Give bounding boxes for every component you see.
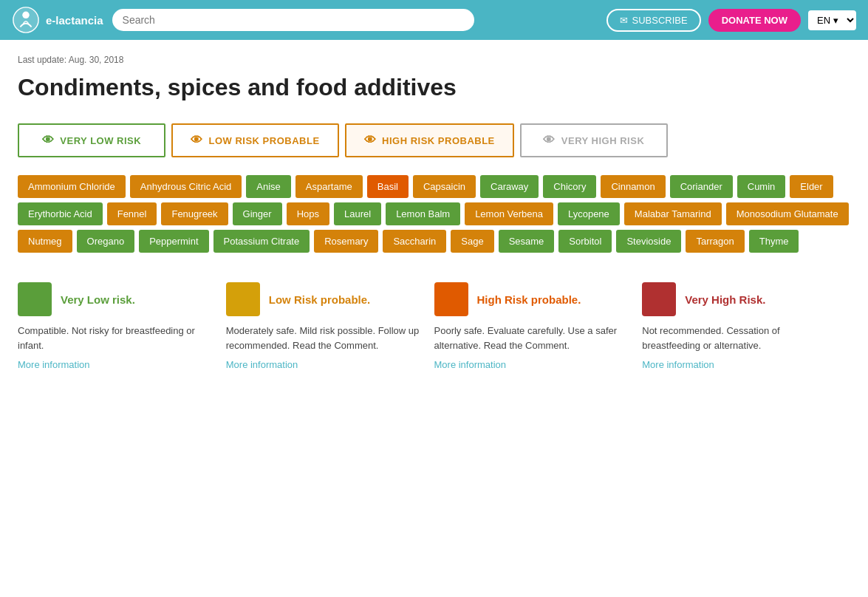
legend-title-very-high: Very High Risk. (685, 293, 765, 306)
logo: e-lactancia (12, 6, 103, 34)
legend-color-low (226, 282, 260, 316)
tag-item[interactable]: Cinnamon (601, 175, 665, 198)
tag-item[interactable]: Lycopene (558, 202, 620, 225)
tag-item[interactable]: Chicory (543, 175, 596, 198)
tag-item[interactable]: Coriander (670, 175, 733, 198)
tag-item[interactable]: Monosodium Glutamate (726, 202, 849, 225)
tag-item[interactable]: Hops (287, 202, 329, 225)
risk-filters: 👁VERY LOW RISK👁LOW RISK PROBABLE👁HIGH RI… (18, 123, 850, 157)
legend-header: Very Low risk. (18, 282, 211, 316)
risk-filter-very-high[interactable]: 👁VERY HIGH RISK (520, 123, 668, 157)
language-select[interactable]: EN ▾ ES (808, 10, 856, 30)
tag-item[interactable]: Cumin (737, 175, 786, 198)
legend-title-low: Low Risk probable. (269, 293, 371, 306)
tag-item[interactable]: Potassium Citrate (213, 230, 310, 253)
risk-filter-low[interactable]: 👁LOW RISK PROBABLE (171, 123, 339, 157)
tag-item[interactable]: Laurel (334, 202, 381, 225)
tag-item[interactable]: Oregano (77, 230, 135, 253)
tag-item[interactable]: Erythorbic Acid (18, 202, 103, 225)
tag-item[interactable]: Fennel (107, 202, 157, 225)
tag-item[interactable]: Tarragon (686, 230, 744, 253)
more-info-low[interactable]: More information (226, 359, 298, 370)
tag-item[interactable]: Anhydrous Citric Acid (130, 175, 242, 198)
tag-item[interactable]: Capsaicin (413, 175, 476, 198)
tag-item[interactable]: Aspartame (295, 175, 363, 198)
tag-item[interactable]: Ginger (233, 202, 282, 225)
tag-item[interactable]: Thyme (749, 230, 799, 253)
tags-container: Ammonium ChlorideAnhydrous Citric AcidAn… (18, 175, 850, 253)
tag-item[interactable]: Lemon Verbena (465, 202, 553, 225)
tag-item[interactable]: Lemon Balm (386, 202, 460, 225)
more-info-very-high[interactable]: More information (642, 359, 714, 370)
legend-desc-high: Poorly safe. Evaluate carefully. Use a s… (434, 324, 628, 352)
tag-item[interactable]: Sesame (499, 230, 555, 253)
legend-header: Very High Risk. (642, 282, 835, 316)
legend-title-very-low: Very Low risk. (61, 293, 135, 306)
legend-color-high (434, 282, 468, 316)
very-low-eye-icon: 👁 (42, 134, 55, 147)
tag-item[interactable]: Stevioside (616, 230, 681, 253)
legend-header: High Risk probable. (434, 282, 628, 316)
tag-item[interactable]: Peppermint (139, 230, 208, 253)
legend-item-high: High Risk probable. Poorly safe. Evaluat… (434, 282, 643, 370)
header-actions: ✉ SUBSCRIBE DONATE NOW EN ▾ ES (606, 9, 856, 32)
legend-desc-low: Moderately safe. Mild risk possible. Fol… (226, 324, 420, 352)
legend-color-very-low (18, 282, 52, 316)
tag-item[interactable]: Basil (367, 175, 409, 198)
legend-item-very-low: Very Low risk. Compatible. Not risky for… (18, 282, 226, 370)
last-update: Last update: Aug. 30, 2018 (18, 55, 850, 65)
very-high-eye-icon: 👁 (543, 134, 556, 147)
high-eye-icon: 👁 (364, 134, 377, 147)
risk-filter-high[interactable]: 👁HIGH RISK PROBABLE (345, 123, 514, 157)
legend-color-very-high (642, 282, 676, 316)
tag-item[interactable]: Sage (451, 230, 493, 253)
tag-item[interactable]: Saccharin (383, 230, 446, 253)
tag-item[interactable]: Nutmeg (18, 230, 72, 253)
legend-header: Low Risk probable. (226, 282, 420, 316)
tag-item[interactable]: Caraway (480, 175, 539, 198)
more-info-very-low[interactable]: More information (18, 359, 90, 370)
legend-desc-very-high: Not recommended. Cessation of breastfeed… (642, 324, 835, 352)
tag-item[interactable]: Ammonium Chloride (18, 175, 126, 198)
logo-icon (12, 6, 40, 34)
legend-item-low: Low Risk probable. Moderately safe. Mild… (226, 282, 434, 370)
svg-point-1 (22, 12, 30, 19)
more-info-high[interactable]: More information (434, 359, 507, 370)
legend-desc-very-low: Compatible. Not risky for breastfeeding … (18, 324, 211, 352)
envelope-icon: ✉ (620, 15, 628, 26)
search-input[interactable] (112, 9, 474, 31)
header: e-lactancia ✉ SUBSCRIBE DONATE NOW EN ▾ … (0, 0, 868, 40)
legend-item-very-high: Very High Risk. Not recommended. Cessati… (642, 282, 850, 370)
tag-item[interactable]: Malabar Tamarind (624, 202, 722, 225)
legend-title-high: High Risk probable. (477, 293, 581, 306)
legend: Very Low risk. Compatible. Not risky for… (18, 282, 850, 370)
tag-item[interactable]: Fenugreek (161, 202, 228, 225)
donate-button[interactable]: DONATE NOW (708, 9, 801, 32)
tag-item[interactable]: Sorbitol (558, 230, 612, 253)
subscribe-button[interactable]: ✉ SUBSCRIBE (606, 9, 701, 32)
svg-point-0 (13, 7, 38, 33)
risk-filter-very-low[interactable]: 👁VERY LOW RISK (18, 123, 165, 157)
main-content: Last update: Aug. 30, 2018 Condiments, s… (0, 40, 868, 385)
tag-item[interactable]: Anise (246, 175, 291, 198)
low-eye-icon: 👁 (191, 134, 203, 147)
page-title: Condiments, spices and food additives (18, 74, 850, 101)
tag-item[interactable]: Elder (790, 175, 833, 198)
tag-item[interactable]: Rosemary (314, 230, 378, 253)
